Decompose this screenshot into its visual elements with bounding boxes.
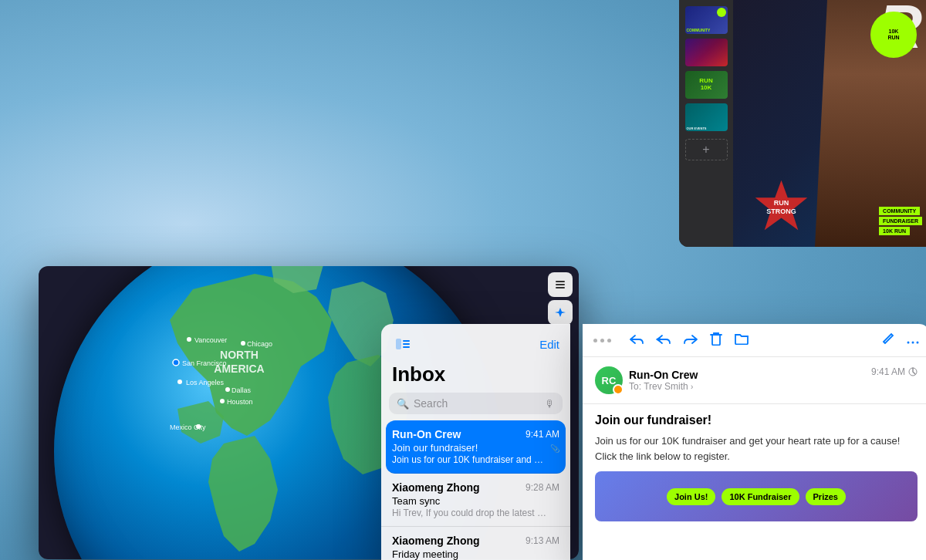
mail-preview-1: Join us for our 10K fundraiser and get y… xyxy=(392,454,546,465)
mail-sender-3: Xiaomeng Zhong xyxy=(392,535,480,547)
more-button[interactable] xyxy=(907,333,919,347)
mail-list: Run-On Crew 9:41 AM Join our fundraiser!… xyxy=(381,420,570,560)
slide-preview-5: RUN10K xyxy=(685,71,728,99)
svg-text:Chicago: Chicago xyxy=(247,340,272,348)
svg-text:RUN: RUN xyxy=(774,199,789,207)
microphone-icon: 🎙 xyxy=(545,398,555,410)
mail-item-3[interactable]: Xiaomeng Zhong 9:13 AM Friday meeting xyxy=(381,527,570,560)
mail-item-1[interactable]: Run-On Crew 9:41 AM Join our fundraiser!… xyxy=(386,420,566,474)
sender-avatar: RC xyxy=(595,366,623,394)
email-image-preview: Join Us! 10K Fundraiser Prizes xyxy=(595,471,918,521)
mail-subject-1: Join our fundraiser! xyxy=(392,442,478,454)
add-slide-button[interactable]: + xyxy=(685,139,728,160)
svg-text:Mexico City: Mexico City xyxy=(170,423,206,431)
to-line: To: Trev Smith › xyxy=(629,381,698,392)
preview-badge-prizes: Prizes xyxy=(806,488,846,505)
email-subject: Join our fundraiser! xyxy=(595,413,918,427)
svg-rect-25 xyxy=(403,343,410,345)
sidebar-toggle-button[interactable] xyxy=(392,333,414,355)
svg-point-13 xyxy=(241,341,245,346)
mail-time-2: 9:28 AM xyxy=(526,482,559,493)
svg-point-28 xyxy=(912,342,914,344)
svg-text:Los Angeles: Los Angeles xyxy=(186,379,225,386)
mail-detail-header: RC Run-On Crew To: Trev Smith › 9:41 AM xyxy=(583,357,926,404)
compose-button[interactable] xyxy=(882,332,894,348)
mail-subject-2: Team sync xyxy=(392,495,559,507)
svg-point-7 xyxy=(173,359,179,366)
mail-time-3: 9:13 AM xyxy=(526,535,559,546)
svg-text:Dallas: Dallas xyxy=(231,386,252,394)
svg-point-15 xyxy=(220,399,225,403)
search-bar[interactable]: 🔍 Search 🎙 xyxy=(389,393,563,414)
sender-name-block: Run-On Crew To: Trev Smith › xyxy=(629,369,698,392)
slide-run-text: RUN10K xyxy=(699,78,712,92)
search-icon: 🔍 xyxy=(397,398,409,410)
slide-preview-6: OUR EVENTS xyxy=(685,103,728,131)
mail-detail-toolbar xyxy=(583,324,926,357)
edit-inbox-button[interactable]: Edit xyxy=(539,338,559,351)
svg-rect-20 xyxy=(556,284,565,285)
design-canvas: R RUN STRONG 10KRUN COMMUNITY FUNDRAISER… xyxy=(733,0,926,247)
maps-toolbar xyxy=(548,272,573,325)
delete-button[interactable] xyxy=(710,332,722,349)
svg-point-27 xyxy=(907,342,910,344)
mail-sender-2: Xiaomeng Zhong xyxy=(392,481,480,494)
mail-sidebar-toolbar: Edit xyxy=(381,324,570,359)
reply-all-button[interactable] xyxy=(656,333,671,348)
svg-rect-24 xyxy=(403,340,410,342)
slide-thumb-3[interactable]: 3 COMMUNITY xyxy=(685,6,728,34)
mail-preview-2: Hi Trev, If you could drop the latest up… xyxy=(392,508,546,518)
inbox-title: Inbox xyxy=(381,359,570,393)
mail-item-2[interactable]: Xiaomeng Zhong 9:28 AM Team sync Hi Trev… xyxy=(381,474,570,527)
detail-time: 9:41 AM xyxy=(871,366,918,377)
svg-text:San Francisco: San Francisco xyxy=(182,359,227,367)
preview-badge-fundraiser: 10K Fundraiser xyxy=(722,488,799,505)
maps-layers-button[interactable] xyxy=(548,272,573,297)
mail-detail-body: Join our fundraiser! Join us for our 10K… xyxy=(583,404,926,560)
mail-subject-3: Friday meeting xyxy=(392,548,559,560)
svg-text:Houston: Houston xyxy=(227,398,253,406)
folder-button[interactable] xyxy=(735,332,749,348)
green-circle-badge: 10KRUN xyxy=(870,12,917,58)
slide-thumb-4[interactable]: 4 xyxy=(685,39,728,66)
add-icon: + xyxy=(702,143,709,157)
svg-point-5 xyxy=(187,337,191,342)
star-badge: RUN STRONG xyxy=(752,177,810,235)
mail-item-header-2: Xiaomeng Zhong 9:28 AM xyxy=(392,481,559,494)
community-label: COMMUNITY xyxy=(879,207,920,215)
email-body: Join us for our 10K fundraiser and get y… xyxy=(595,433,918,464)
slide-preview-4 xyxy=(685,39,728,66)
fundraiser-label: FUNDRAISER xyxy=(879,217,922,225)
preview-badge-join: Join Us! xyxy=(667,488,715,505)
detail-sender-row: RC Run-On Crew To: Trev Smith › 9:41 AM xyxy=(595,366,918,394)
mail-sender-1: Run-On Crew xyxy=(392,428,461,440)
sender-name: Run-On Crew xyxy=(629,369,698,381)
attachment-icon-1: 📎 xyxy=(550,444,559,453)
design-window: 3 COMMUNITY 4 5 RUN10K 6 OUR EVENTS xyxy=(679,0,926,247)
svg-point-29 xyxy=(917,342,919,344)
reply-button[interactable] xyxy=(630,333,644,348)
mail-detail-pane: RC Run-On Crew To: Trev Smith › 9:41 AM … xyxy=(583,324,926,560)
svg-rect-26 xyxy=(403,346,410,348)
mail-sidebar: Edit Inbox 🔍 Search 🎙 Run-On Crew 9:41 A… xyxy=(381,324,570,560)
svg-point-9 xyxy=(177,380,182,384)
avatar-initials: RC xyxy=(602,375,617,386)
run-label: 10K RUN xyxy=(879,227,910,235)
chevron-icon: › xyxy=(691,383,693,391)
detail-dot-1 xyxy=(593,339,597,342)
svg-rect-19 xyxy=(556,281,565,282)
svg-marker-22 xyxy=(555,308,566,317)
slide-thumb-6[interactable]: 6 OUR EVENTS xyxy=(685,103,728,131)
slide-preview-3: COMMUNITY xyxy=(685,6,728,34)
forward-button[interactable] xyxy=(684,333,698,348)
design-sidebar: 3 COMMUNITY 4 5 RUN10K 6 OUR EVENTS xyxy=(679,0,733,247)
svg-text:Vancouver: Vancouver xyxy=(194,336,227,344)
svg-rect-23 xyxy=(396,339,401,349)
maps-location-button[interactable] xyxy=(548,300,573,325)
mail-time-1: 9:41 AM xyxy=(526,429,559,440)
svg-rect-21 xyxy=(556,287,565,288)
detail-dots xyxy=(593,339,611,342)
detail-dot-2 xyxy=(600,339,604,342)
slide-thumb-5[interactable]: 5 RUN10K xyxy=(685,71,728,99)
detail-dot-3 xyxy=(607,339,611,342)
